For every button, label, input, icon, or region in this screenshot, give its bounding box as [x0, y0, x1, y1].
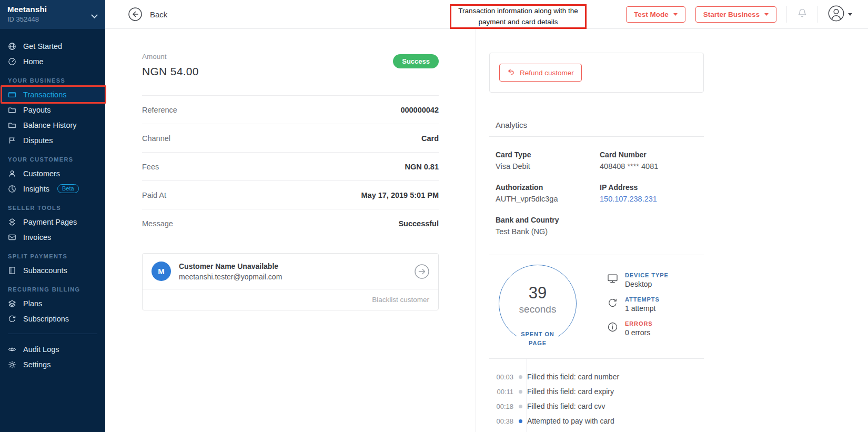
book-icon [8, 266, 16, 275]
sidebar-item-audit-logs[interactable]: Audit Logs [0, 341, 105, 357]
gear-icon [8, 360, 16, 369]
field-ip-address: IP Address 150.107.238.231 [600, 183, 704, 203]
nav-group: SELLER TOOLS Payment Pages Invoices [0, 202, 105, 245]
nav-group: Get Started Home [0, 38, 105, 69]
stat-label: ATTEMPTS [625, 296, 660, 303]
analytics-panel: Refund customer Analytics Card Type Visa… [476, 29, 868, 432]
sidebar-item-balance-history[interactable]: Balance History [0, 117, 105, 133]
stat-errors: ERRORS 0 errors [607, 320, 669, 337]
timeline-row: 00:18 Filled this field: card cvv [489, 402, 704, 410]
session-stats: 39 seconds SPENT ON PAGE [489, 255, 704, 352]
sidebar-item-settings[interactable]: Settings [0, 357, 105, 372]
field-label: Bank and Country [496, 216, 600, 224]
app: Meetanshi ID 352448 Get Started Home YOU… [0, 0, 868, 432]
account-id: ID 352448 [7, 15, 47, 23]
nav-group: SPLIT PAYMENTS Subaccounts [0, 250, 105, 278]
caret-down-icon [764, 13, 769, 16]
account-switcher[interactable]: Meetanshi ID 352448 [0, 0, 105, 29]
sidebar-item-label: Invoices [23, 233, 51, 242]
timeline-dot-wrap [513, 390, 527, 394]
customer-identity: Customer Name Unavailable meetanshi.test… [179, 262, 282, 281]
sidebar-item-disputes[interactable]: Disputes [0, 133, 105, 148]
nav-heading: YOUR BUSINESS [0, 74, 105, 87]
sidebar-item-label: Subaccounts [23, 266, 67, 275]
nav-heading: SELLER TOOLS [0, 202, 105, 214]
test-mode-button[interactable]: Test Mode [626, 6, 685, 23]
sidebar-item-insights[interactable]: Insights Beta [0, 181, 105, 196]
refund-customer-button[interactable]: Refund customer [499, 64, 582, 82]
sidebar-item-plans[interactable]: Plans [0, 296, 105, 311]
timeline-row: 00:03 Filled this field: card number [489, 373, 704, 381]
transaction-rows: Reference 000000042 Channel Card Fees NG… [142, 95, 439, 237]
stat-text: DEVICE TYPE Desktop [625, 272, 669, 288]
timeline-event: Filled this field: card expiry [527, 387, 614, 396]
ip-address-link[interactable]: 150.107.238.231 [600, 195, 704, 203]
sidebar-item-subscriptions[interactable]: Subscriptions [0, 311, 105, 326]
arrow-right-circle-icon[interactable] [415, 264, 429, 279]
sidebar-item-label: Balance History [23, 121, 77, 129]
field-label: Authorization [496, 183, 600, 192]
amount-value: NGN 54.00 [142, 65, 199, 78]
table-row: Channel Card [142, 124, 439, 152]
blacklist-customer-link[interactable]: Blacklist customer [372, 296, 429, 304]
caption-line: PAGE [521, 339, 554, 348]
sidebar-item-subaccounts[interactable]: Subaccounts [0, 263, 105, 278]
amount-row: Amount NGN 54.00 Success [142, 53, 439, 78]
stat-value: Desktop [625, 280, 669, 288]
nav-group: RECURRING BILLING Plans Subscriptions [0, 283, 105, 326]
info-icon [607, 322, 618, 333]
row-label: Reference [142, 106, 177, 114]
timeline-event: Attempted to pay with card [527, 417, 614, 425]
timeline-time: 00:18 [489, 403, 513, 410]
nav-group: Audit Logs Settings [0, 341, 105, 372]
chevron-down-icon [91, 11, 98, 21]
sidebar-item-invoices[interactable]: Invoices [0, 229, 105, 245]
bell-icon [797, 8, 808, 21]
customer-name: Customer Name Unavailable [179, 262, 282, 270]
customer-email: meetanshi.tester@yopmail.com [179, 273, 282, 281]
seconds-value: 39 [529, 284, 547, 303]
sidebar-item-label: Audit Logs [23, 345, 59, 354]
row-label: Channel [142, 134, 170, 143]
table-row: Reference 000000042 [142, 95, 439, 124]
stat-value: 0 errors [625, 328, 652, 337]
row-label: Fees [142, 163, 159, 171]
timeline-time: 00:11 [489, 388, 513, 396]
plan-button[interactable]: Starter Business [695, 6, 776, 23]
sidebar-item-home[interactable]: Home [0, 54, 105, 69]
row-value: May 17, 2019 5:01 PM [361, 191, 439, 199]
spent-on-page-caption: SPENT ON PAGE [517, 329, 558, 349]
card-icon [8, 91, 16, 99]
notifications-button[interactable] [797, 8, 808, 21]
refund-arrow-icon [507, 68, 515, 77]
user-menu-button[interactable] [828, 5, 852, 23]
pages-icon [8, 218, 16, 226]
amount-label: Amount [142, 53, 199, 61]
divider [786, 6, 787, 23]
refund-card: Refund customer [489, 53, 704, 93]
stat-label: ERRORS [625, 320, 652, 327]
sidebar-item-payouts[interactable]: Payouts [0, 102, 105, 117]
stat-value: 1 attempt [625, 304, 660, 313]
sidebar-item-payment-pages[interactable]: Payment Pages [0, 214, 105, 229]
sidebar-item-label: Transactions [23, 91, 66, 99]
annotation-note: Transaction information along with the p… [450, 4, 587, 29]
analytics-heading: Analytics [489, 120, 704, 137]
nav-heading: YOUR CUSTOMERS [0, 153, 105, 166]
amount-block: Amount NGN 54.00 [142, 53, 199, 78]
sidebar-item-label: Plans [23, 299, 42, 308]
sidebar-item-customers[interactable]: Customers [0, 166, 105, 181]
folder-icon [8, 106, 16, 114]
stat-text: ATTEMPTS 1 attempt [625, 296, 660, 313]
person-icon [8, 169, 16, 178]
seconds-unit: seconds [519, 304, 557, 315]
row-label: Message [142, 219, 173, 228]
timeline-dot-wrap [513, 419, 527, 423]
customer-row[interactable]: M Customer Name Unavailable meetanshi.te… [143, 254, 438, 289]
sidebar-item-transactions[interactable]: Transactions [0, 87, 105, 102]
back-button[interactable]: Back [128, 7, 167, 21]
field-authorization: Authorization AUTH_vpr5dlc3ga [496, 183, 600, 203]
sidebar-item-get-started[interactable]: Get Started [0, 38, 105, 54]
sidebar-divider [8, 334, 97, 334]
nav-group: YOUR CUSTOMERS Customers Insights Beta [0, 153, 105, 196]
